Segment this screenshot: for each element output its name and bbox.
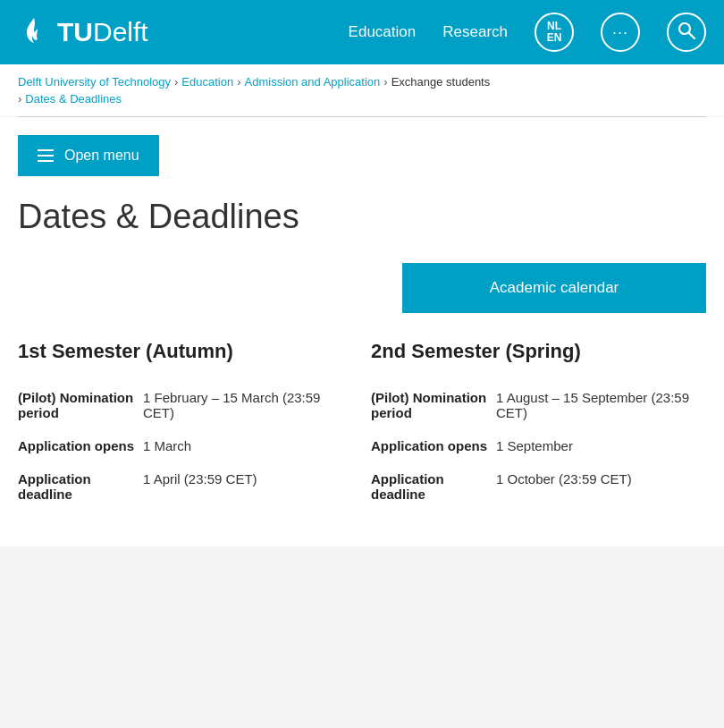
breadcrumb-sep-2: › xyxy=(237,75,240,89)
main-content: Open menu Dates & Deadlines Academic cal… xyxy=(0,117,724,546)
semester-1-label-1: (Pilot) Nomination period xyxy=(18,390,134,420)
page-title: Dates & Deadlines xyxy=(18,198,706,236)
breadcrumb-dates[interactable]: Dates & Deadlines xyxy=(25,92,122,106)
breadcrumb-admission[interactable]: Admission and Application xyxy=(245,75,381,89)
svg-line-1 xyxy=(689,33,695,38)
semester-2-value-2: 1 September xyxy=(496,438,573,453)
breadcrumb-second-line: › Dates & Deadlines xyxy=(18,89,706,116)
nav-education[interactable]: Education xyxy=(349,23,417,41)
chevron-icon: › xyxy=(18,92,21,106)
semester-1-title: 1st Semester (Autumn) xyxy=(18,340,353,363)
logo[interactable]: TUDelft xyxy=(18,16,148,48)
hamburger-icon xyxy=(38,149,54,162)
semesters-container: 1st Semester (Autumn) (Pilot) Nomination… xyxy=(18,340,706,511)
semester-2-label-2: Application opens xyxy=(371,438,487,453)
semester-1-value-2: 1 March xyxy=(143,438,191,453)
academic-calendar-button[interactable]: Academic calendar xyxy=(402,263,706,313)
calendar-button-area: Academic calendar xyxy=(18,263,706,313)
logo-tu-text: TU xyxy=(57,17,93,47)
semester-1-row-1: (Pilot) Nomination period 1 February – 1… xyxy=(18,381,353,429)
breadcrumb-sep-1: › xyxy=(174,75,178,89)
breadcrumb-sep-3: › xyxy=(383,75,387,89)
logo-flame-icon xyxy=(18,16,50,48)
hamburger-line-3 xyxy=(38,160,54,162)
semester-2-value-3: 1 October (23:59 CET) xyxy=(496,471,632,487)
semester-1-value-1: 1 February – 15 March (23:59 CET) xyxy=(143,390,353,420)
semester-2-title: 2nd Semester (Spring) xyxy=(371,340,706,363)
hamburger-line-2 xyxy=(38,155,54,157)
svg-point-0 xyxy=(679,23,690,34)
dots-icon: ··· xyxy=(612,23,628,42)
open-menu-label: Open menu xyxy=(64,148,139,164)
breadcrumb-exchange: Exchange students xyxy=(391,75,491,89)
breadcrumb-education[interactable]: Education xyxy=(181,75,233,89)
semester-1-label-3: Application deadline xyxy=(18,471,134,502)
breadcrumb-home[interactable]: Delft University of Technology xyxy=(18,75,171,89)
semester-2-label-1: (Pilot) Nomination period xyxy=(371,390,487,420)
semester-1-label-2: Application opens xyxy=(18,438,134,453)
language-switcher[interactable]: NL EN xyxy=(535,13,574,52)
logo-delft-text: Delft xyxy=(93,17,148,47)
site-header: TUDelft Education Research NL EN ··· xyxy=(0,0,724,64)
semester-2-row-2: Application opens 1 September xyxy=(371,429,706,462)
semester-2: 2nd Semester (Spring) (Pilot) Nomination… xyxy=(371,340,706,511)
semester-1-row-2: Application opens 1 March xyxy=(18,429,353,462)
semester-2-row-1: (Pilot) Nomination period 1 August – 15 … xyxy=(371,381,706,429)
semester-2-value-1: 1 August – 15 September (23:59 CET) xyxy=(496,390,706,420)
semester-2-row-3: Application deadline 1 October (23:59 CE… xyxy=(371,462,706,511)
semester-1-row-3: Application deadline 1 April (23:59 CET) xyxy=(18,462,353,511)
more-menu-button[interactable]: ··· xyxy=(601,13,640,52)
breadcrumb-container: Delft University of Technology › Educati… xyxy=(0,64,724,116)
search-icon xyxy=(678,21,695,44)
semester-1: 1st Semester (Autumn) (Pilot) Nomination… xyxy=(18,340,353,511)
search-button[interactable] xyxy=(667,13,706,52)
main-nav: Education Research NL EN ··· xyxy=(349,13,706,52)
hamburger-line-1 xyxy=(38,149,54,151)
semester-2-label-3: Application deadline xyxy=(371,471,487,502)
open-menu-button[interactable]: Open menu xyxy=(18,135,159,176)
nav-research[interactable]: Research xyxy=(442,23,508,41)
breadcrumb: Delft University of Technology › Educati… xyxy=(18,75,706,89)
lang-en: EN xyxy=(547,32,562,44)
semester-1-value-3: 1 April (23:59 CET) xyxy=(143,471,257,487)
